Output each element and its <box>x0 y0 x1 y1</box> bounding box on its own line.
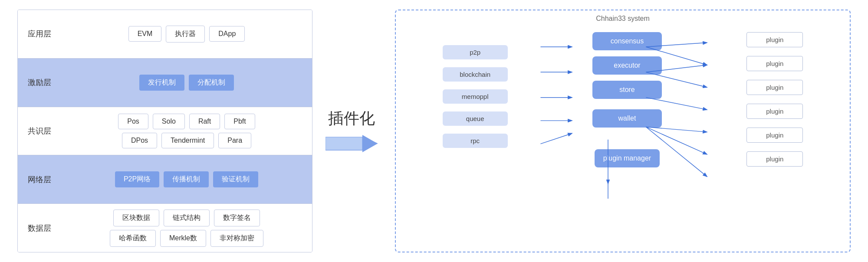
evm-box: EVM <box>128 26 162 42</box>
p2p-net-box: P2P网络 <box>115 171 159 187</box>
right-diagram: Chhain33 system p2p blockchain memoppl q… <box>395 10 851 252</box>
network-layer-row: 网络层 P2P网络 传播机制 验证机制 <box>18 155 312 204</box>
digital-sig-box: 数字签名 <box>214 210 260 226</box>
consensus-layer-row: 共识层 Pos Solo Raft Pbft DPos Tendermint P… <box>18 107 312 156</box>
rpc-item: rpc <box>443 134 508 148</box>
consensus-row2: DPos Tendermint Para <box>122 133 251 148</box>
hash-box: 哈希函数 <box>110 230 156 247</box>
plugin-manager: plugin manager <box>595 149 660 167</box>
arrow-section: 插件化 <box>312 108 391 154</box>
right-title: Chhain33 system <box>596 15 650 23</box>
incentive-layer-row: 激励层 发行机制 分配机制 <box>18 59 312 107</box>
r-right-col: plugin plugin plugin plugin plugin plugi… <box>746 32 803 167</box>
plugin-3: plugin <box>746 80 803 95</box>
executor-mid: executor <box>592 56 662 75</box>
plugin-5: plugin <box>746 128 803 143</box>
solo-box: Solo <box>153 114 185 129</box>
r-mid-col: consensus executor store wallet plugin m… <box>584 32 671 167</box>
para-box: Para <box>218 133 251 148</box>
queue-item: queue <box>443 111 508 126</box>
dapp-box: DApp <box>209 26 245 42</box>
raft-box: Raft <box>189 114 220 129</box>
app-layer-row: 应用层 EVM 执行器 DApp <box>18 10 312 59</box>
dpos-box: DPos <box>122 133 157 148</box>
plugin-4: plugin <box>746 104 803 119</box>
consensus-mid: consensus <box>592 32 662 50</box>
consensus-layer-label: 共识层 <box>18 122 61 140</box>
distribution-box: 分配机制 <box>189 75 234 91</box>
wallet-mid: wallet <box>592 109 662 128</box>
memoppl-item: memoppl <box>443 89 508 104</box>
plugin-6: plugin <box>746 151 803 167</box>
consensus-layer-content: Pos Solo Raft Pbft DPos Tendermint Para <box>61 109 312 153</box>
block-data-box: 区块数据 <box>113 210 159 226</box>
svg-line-8 <box>540 133 572 144</box>
chain-struct-box: 链式结构 <box>164 210 210 226</box>
issuance-box: 发行机制 <box>139 75 184 91</box>
r-left-col: p2p blockchain memoppl queue rpc <box>443 32 508 148</box>
svg-marker-1 <box>326 137 362 150</box>
left-diagram: 应用层 EVM 执行器 DApp 激励层 发行机制 分配机制 共识层 <box>17 10 312 252</box>
main-container: 应用层 EVM 执行器 DApp 激励层 发行机制 分配机制 共识层 <box>0 0 868 262</box>
svg-marker-2 <box>362 135 378 152</box>
app-layer-content: EVM 执行器 DApp <box>61 21 312 47</box>
asymmetric-box: 非对称加密 <box>210 230 263 247</box>
data-row1: 区块数据 链式结构 数字签名 <box>113 210 260 226</box>
blockchain-item: blockchain <box>443 67 508 82</box>
incentive-layer-content: 发行机制 分配机制 <box>61 70 312 95</box>
data-layer-label: 数据层 <box>18 219 61 237</box>
incentive-layer-label: 激励层 <box>18 74 61 91</box>
app-layer-label: 应用层 <box>18 25 61 43</box>
pos-box: Pos <box>118 114 148 129</box>
tendermint-box: Tendermint <box>161 133 214 148</box>
network-layer-label: 网络层 <box>18 171 61 188</box>
arrow-label: 插件化 <box>328 108 375 129</box>
store-mid: store <box>592 81 662 99</box>
pbft-box: Pbft <box>224 114 255 129</box>
executor-box: 执行器 <box>166 26 205 43</box>
verify-box: 验证机制 <box>213 171 258 187</box>
data-row2: 哈希函数 Merkle数 非对称加密 <box>110 230 263 247</box>
data-layer-row: 数据层 区块数据 链式结构 数字签名 哈希函数 Merkle数 非对称加密 <box>18 204 312 252</box>
data-layer-content: 区块数据 链式结构 数字签名 哈希函数 Merkle数 非对称加密 <box>61 205 312 251</box>
merkle-box: Merkle数 <box>160 230 206 247</box>
broadcast-box: 传播机制 <box>164 171 209 187</box>
plugin-2: plugin <box>746 56 803 71</box>
network-layer-content: P2P网络 传播机制 验证机制 <box>61 167 312 192</box>
arch-table: 应用层 EVM 执行器 DApp 激励层 发行机制 分配机制 共识层 <box>17 10 312 252</box>
p2p-item: p2p <box>443 45 508 59</box>
arrow-icon <box>326 133 378 154</box>
consensus-row1: Pos Solo Raft Pbft <box>118 114 255 129</box>
plugin-1: plugin <box>746 32 803 47</box>
